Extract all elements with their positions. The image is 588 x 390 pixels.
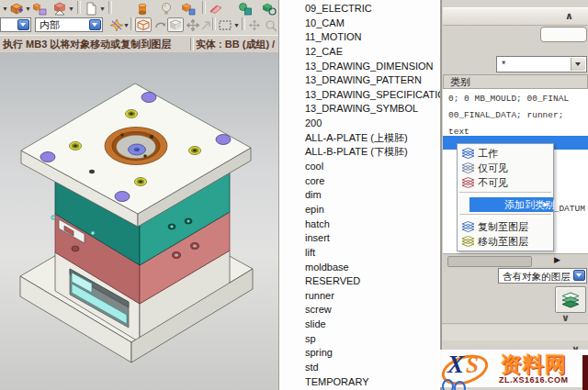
- selection-info: 实体 : BB (成组) /: [196, 38, 275, 51]
- category-menu-item[interactable]: lift: [279, 246, 440, 261]
- dropdown-caret[interactable]: ▼: [123, 17, 130, 32]
- category-menu-item[interactable]: core: [279, 174, 440, 189]
- toolbar-separator: [202, 1, 206, 14]
- category-menu-item[interactable]: screw: [279, 303, 440, 318]
- category-menu-item[interactable]: 13_DRAWING_DIMENSION: [279, 60, 440, 74]
- category-menu-item[interactable]: hatch: [279, 217, 440, 232]
- dropdown-caret[interactable]: ▼: [68, 1, 74, 16]
- category-menu-item[interactable]: RESERVED: [279, 274, 440, 289]
- watermark-domain: ZL.XS1616.COM: [499, 375, 569, 384]
- category-column-header[interactable]: 类别: [443, 74, 588, 89]
- context-menu-item[interactable]: 添加到类别: [469, 197, 553, 212]
- work-layer-icon: [461, 148, 478, 160]
- category-menu-item[interactable]: cool: [279, 160, 440, 174]
- shaded-cube-icon[interactable]: [167, 17, 184, 32]
- category-menu-item[interactable]: slide: [279, 318, 440, 332]
- bulb-icon[interactable]: [158, 1, 175, 16]
- toolbar-left-combo[interactable]: [0, 17, 31, 32]
- status-separator: [190, 38, 194, 50]
- prompt-text: 执行 MB3 以将对象移动或复制到图层: [3, 38, 171, 51]
- marquee-select-icon[interactable]: [217, 17, 233, 32]
- dropdown-caret[interactable]: ▼: [99, 1, 106, 16]
- chevron-down-icon[interactable]: [17, 19, 29, 30]
- cubes-icon[interactable]: [31, 1, 48, 16]
- category-menu-item[interactable]: ALL-A-PLATE (上模胚): [279, 131, 440, 146]
- wireframe-cube-icon[interactable]: [135, 17, 152, 32]
- menu-item-label: 仅可见: [478, 162, 508, 175]
- category-menu-item[interactable]: moldbase: [279, 261, 440, 275]
- toolbar-separator: [130, 17, 134, 30]
- horizontal-scrollbar[interactable]: ▶: [443, 253, 588, 268]
- menu-item-label: 添加到类别: [504, 198, 555, 212]
- dropdown-caret[interactable]: ▼: [25, 1, 31, 16]
- layers-filter-combo[interactable]: 含有对象的图层: [498, 268, 587, 284]
- eraser-icon[interactable]: [208, 1, 224, 16]
- context-menu-item[interactable]: 工作: [458, 146, 553, 161]
- cube-circle-icon[interactable]: [261, 1, 277, 16]
- add-to-category-submenu: 09_ELECTRIC10_CAM11_MOTION12_CAE13_DRAWI…: [278, 0, 441, 390]
- category-menu-item[interactable]: 09_ELECTRIC: [279, 2, 440, 17]
- category-menu-item[interactable]: TEMPORARY: [279, 375, 440, 390]
- dropdown-caret[interactable]: ▼: [2, 1, 8, 16]
- category-menu-item[interactable]: dim: [279, 188, 440, 203]
- category-menu-item[interactable]: sp: [279, 332, 440, 347]
- dialog-group-bar[interactable]: ∧: [443, 7, 588, 26]
- scrollbar-thumb[interactable]: [447, 256, 532, 267]
- category-menu-item[interactable]: 10_CAM: [279, 17, 440, 31]
- menu-item-label: 不可见: [478, 176, 508, 190]
- boolean-cubes-icon[interactable]: [180, 1, 197, 16]
- layer-stack-icon: [560, 292, 581, 308]
- copy-to-layer-icon: [461, 221, 478, 233]
- chevron-down-icon[interactable]: [89, 19, 101, 30]
- category-menu-item[interactable]: 200: [279, 117, 440, 131]
- layer-stack-button[interactable]: [555, 286, 586, 313]
- scroll-right-icon[interactable]: ▶: [554, 255, 560, 264]
- cube-plus-icon[interactable]: [8, 1, 25, 16]
- chevron-down-icon[interactable]: [571, 58, 585, 71]
- chevron-down-icon[interactable]: [573, 270, 585, 281]
- context-menu-item[interactable]: 复制至图层: [458, 219, 553, 234]
- combo-value: 含有对象的图层: [503, 271, 571, 284]
- shapes-icon[interactable]: [237, 1, 254, 16]
- mold-model[interactable]: [0, 52, 278, 390]
- filter-value: *: [502, 59, 505, 70]
- category-menu-item[interactable]: 13_DRAWING_PATTERN: [279, 73, 440, 88]
- category-menu-item[interactable]: std: [279, 361, 440, 375]
- menu-item-label: 工作: [478, 147, 498, 161]
- cube-triangle-icon[interactable]: [51, 1, 68, 16]
- table-row[interactable]: 00_FINAL_DATA; runner;: [443, 107, 588, 124]
- menu-separator: [459, 192, 551, 195]
- sheet-icon[interactable]: [83, 1, 99, 16]
- category-menu-item[interactable]: 13_DRAWING_SYMBOL: [279, 102, 440, 117]
- combo-value: 内部: [40, 19, 60, 31]
- nx-application-window: ▼ ▼ ▼ ▼ 内部 ▼ ▼: [0, 0, 588, 390]
- context-menu-item[interactable]: 移动至图层: [458, 234, 553, 249]
- category-menu-item[interactable]: runner: [279, 289, 440, 304]
- watermark: X S 资料网 ZL.XS1616.COM: [438, 350, 588, 387]
- zoom-cross-icon[interactable]: [263, 17, 279, 32]
- category-menu-item[interactable]: 11_MOTION: [279, 30, 440, 45]
- select-object-button[interactable]: [540, 27, 587, 42]
- graphics-viewport[interactable]: [0, 52, 278, 390]
- category-filter-combo[interactable]: *: [496, 56, 587, 72]
- context-menu-item[interactable]: 不可见: [458, 175, 553, 190]
- watermark-logo-s: S: [466, 352, 479, 378]
- category-menu-item[interactable]: insert: [279, 231, 440, 246]
- watermark-red-tab: [582, 355, 588, 390]
- context-menu-item[interactable]: 仅可见: [458, 161, 553, 175]
- toolbar-separator: [212, 17, 216, 30]
- toolbar-separator: [242, 17, 245, 30]
- internal-combo[interactable]: 内部: [35, 17, 103, 32]
- category-menu-item[interactable]: 13_DRAWING_SPECIFICATION: [279, 88, 440, 103]
- collapse-chevron-icon[interactable]: ∧: [565, 10, 573, 22]
- table-row[interactable]: 0; 0 MB_MOULD; 00_FINAL: [443, 91, 588, 107]
- menu-item-label: 复制至图层: [478, 220, 528, 234]
- dropdown-caret[interactable]: ▼: [233, 17, 240, 32]
- pan-cross-icon[interactable]: [246, 17, 263, 32]
- barrel-icon[interactable]: [134, 1, 151, 16]
- category-menu-item[interactable]: spring: [279, 346, 440, 361]
- visible-only-layer-icon: [461, 162, 478, 174]
- category-menu-item[interactable]: ALL-B-PLATE (下模胚): [279, 145, 440, 160]
- category-menu-item[interactable]: 12_CAE: [279, 45, 440, 60]
- category-menu-item[interactable]: epin: [279, 203, 440, 217]
